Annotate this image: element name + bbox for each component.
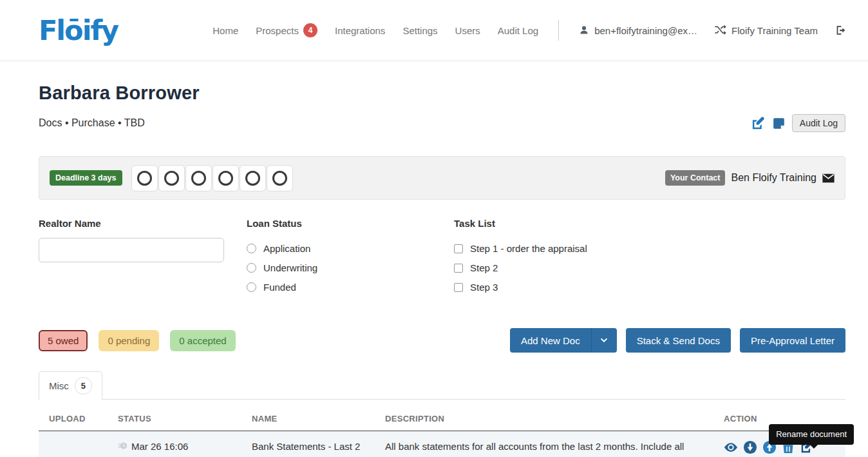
edit-prospect-icon[interactable] <box>751 116 766 131</box>
nav-divider <box>558 20 559 41</box>
milestone-3[interactable] <box>185 165 212 191</box>
shuffle-icon <box>715 25 726 35</box>
loan-status-option-underwriting[interactable]: Underwriting <box>247 262 454 273</box>
page-title: Barbara Borrower <box>39 83 845 104</box>
col-header-name: NAME <box>241 414 375 423</box>
loan-status-option-application[interactable]: Application <box>247 243 454 254</box>
milestone-list <box>131 165 293 191</box>
user-account-menu[interactable]: ben+floifytraining@ex… <box>579 25 697 36</box>
loan-status-option-funded[interactable]: Funded <box>247 282 454 293</box>
accepted-count-badge: 0 accepted <box>170 330 235 351</box>
team-switcher[interactable]: Floify Training Team <box>715 25 818 36</box>
doc-name: Bank Statements - Last 2 Months <box>241 440 375 457</box>
doc-description: All bank statements for all accounts fro… <box>375 440 713 457</box>
user-icon <box>579 25 589 35</box>
floify-logo[interactable]: Flōify <box>39 14 118 46</box>
milestone-4[interactable] <box>212 165 239 191</box>
nav-users[interactable]: Users <box>455 25 480 36</box>
task-step-1[interactable]: Step 1 - order the appraisal <box>454 243 845 254</box>
stack-send-docs-button[interactable]: Stack & Send Docs <box>626 328 731 353</box>
add-new-doc-dropdown-toggle[interactable] <box>591 328 617 353</box>
doc-tabs: Misc 5 <box>39 372 845 400</box>
team-name: Floify Training Team <box>731 25 818 36</box>
pending-count-badge: 0 pending <box>99 330 159 351</box>
pre-approval-letter-button[interactable]: Pre-Approval Letter <box>740 328 845 353</box>
user-email: ben+floifytraining@ex… <box>594 25 697 36</box>
milestone-circle-icon <box>218 171 233 186</box>
loan-status-panel: Deadline 3 days Your Contact Ben Floify … <box>39 156 845 200</box>
milestone-6[interactable] <box>267 165 293 191</box>
pending-clock-icon <box>118 441 127 451</box>
chevron-down-icon <box>599 336 609 345</box>
status-time: Mar 26 16:06 <box>131 440 188 454</box>
action-cell: Rename document <box>713 440 845 457</box>
your-contact-badge: Your Contact <box>665 170 726 186</box>
table-row: Mar 26 16:06 Bank Statements - Last 2 Mo… <box>39 431 845 457</box>
milestone-circle-icon <box>272 171 287 186</box>
envelope-icon[interactable] <box>822 173 835 183</box>
add-new-doc-button[interactable]: Add New Doc <box>510 328 591 353</box>
owed-count-badge: 5 owed <box>39 330 88 351</box>
tab-misc[interactable]: Misc 5 <box>39 371 102 400</box>
task-step-3[interactable]: Step 3 <box>454 282 845 293</box>
add-new-doc-split-button: Add New Doc <box>510 328 617 353</box>
checkbox-icon[interactable] <box>454 244 463 253</box>
nav-audit-log[interactable]: Audit Log <box>498 25 538 36</box>
prospects-count-badge: 4 <box>303 23 317 37</box>
milestone-circle-icon <box>137 171 152 186</box>
milestone-1[interactable] <box>131 165 158 191</box>
milestone-2[interactable] <box>158 165 185 191</box>
milestone-circle-icon <box>245 171 260 186</box>
col-header-action: ACTION <box>713 414 845 423</box>
radio-icon[interactable] <box>247 282 256 292</box>
documents-table: UPLOAD STATUS NAME DESCRIPTION ACTION Ma… <box>39 400 845 457</box>
status-cell: Mar 26 16:06 <box>108 440 241 457</box>
milestone-circle-icon <box>164 171 179 186</box>
notes-icon[interactable] <box>772 117 786 130</box>
top-navbar: Flōify Home Prospects 4 Integrations Set… <box>0 0 868 61</box>
col-header-description: DESCRIPTION <box>375 414 713 423</box>
checkbox-icon[interactable] <box>454 264 463 273</box>
view-document-icon[interactable] <box>724 440 738 454</box>
radio-icon[interactable] <box>247 244 256 253</box>
task-list-label: Task List <box>454 218 845 229</box>
realtor-name-input[interactable] <box>39 238 224 262</box>
checkbox-icon[interactable] <box>454 283 463 292</box>
col-header-status: STATUS <box>108 414 241 423</box>
nav-prospects[interactable]: Prospects 4 <box>256 23 317 37</box>
radio-icon[interactable] <box>247 263 256 273</box>
realtor-name-label: Realtor Name <box>39 218 247 229</box>
rename-tooltip: Rename document <box>769 424 854 445</box>
loan-status-label: Loan Status <box>247 218 454 229</box>
upload-cell <box>39 440 108 457</box>
milestone-circle-icon <box>191 171 206 186</box>
nav-home[interactable]: Home <box>212 25 238 36</box>
task-step-2[interactable]: Step 2 <box>454 262 845 273</box>
download-document-icon[interactable] <box>743 440 757 454</box>
nav-settings[interactable]: Settings <box>402 25 437 36</box>
contact-name: Ben Floify Training <box>731 172 816 184</box>
deadline-badge: Deadline 3 days <box>50 170 122 186</box>
audit-log-button[interactable]: Audit Log <box>792 114 845 132</box>
milestone-5[interactable] <box>240 165 266 191</box>
nav-integrations[interactable]: Integrations <box>335 25 385 36</box>
breadcrumb: Docs • Purchase • TBD <box>39 117 145 129</box>
logout-icon[interactable] <box>835 24 847 36</box>
misc-count-badge: 5 <box>75 377 92 394</box>
col-header-upload: UPLOAD <box>39 414 108 423</box>
